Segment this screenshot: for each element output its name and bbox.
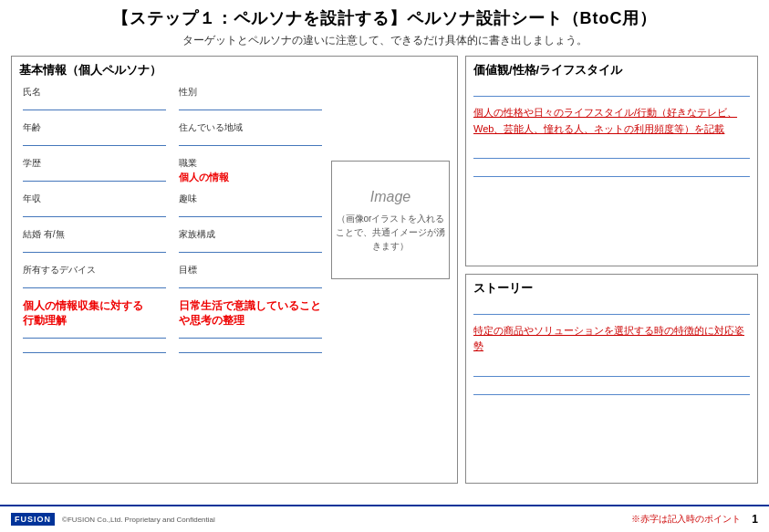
field-job: 職業 個人の情報 — [170, 155, 326, 183]
field-goal-label: 目標 — [179, 264, 322, 276]
right-section: 価値観/性格/ライフスタイル 個人の性格や日々のライフスタイル/行動（好きなテレ… — [465, 56, 758, 484]
value-line-2 — [473, 146, 750, 159]
footer-note: ※赤字は記入時のポイント — [631, 513, 741, 526]
field-income: 年収 — [19, 191, 170, 219]
field-region-label: 住んでいる地域 — [179, 121, 322, 134]
field-job-red: 個人の情報 — [179, 171, 322, 183]
story-line-2 — [473, 364, 750, 377]
field-row-4: 年収 趣味 — [19, 191, 326, 219]
value-line-1 — [473, 84, 750, 97]
value-box: 価値観/性格/ライフスタイル 個人の性格や日々のライフスタイル/行動（好きなテレ… — [465, 56, 758, 266]
field-age: 年齢 — [19, 120, 170, 148]
field-row-6: 所有するデバイス 目標 — [19, 262, 326, 290]
field-gender: 性別 — [170, 84, 326, 112]
field-marriage-line — [23, 242, 166, 253]
footer-copyright: ©FUSION Co.,Ltd. Proprietary and Confide… — [62, 516, 215, 524]
field-hobby-line — [179, 206, 322, 217]
field-family-label: 家族構成 — [179, 228, 322, 241]
field-daily-line2 — [179, 342, 322, 353]
story-box-text: 特定の商品やソリューションを選択する時の特徴的に対応姿勢 — [473, 323, 750, 355]
field-row-7: 個人の情報収集に対する行動理解 日常生活で意識していることや思考の整理 — [19, 297, 326, 355]
story-line-1 — [473, 302, 750, 315]
field-age-line — [23, 135, 166, 146]
story-box: ストーリー 特定の商品やソリューションを選択する時の特徴的に対応姿勢 — [465, 274, 758, 485]
field-behavior: 個人の情報収集に対する行動理解 — [19, 297, 170, 355]
image-title: Image — [370, 186, 410, 208]
value-line-3 — [473, 164, 750, 177]
field-family: 家族構成 — [170, 226, 326, 255]
value-box-text: 個人の性格や日々のライフスタイル/行動（好きなテレビ、Web、芸能人、憧れる人、… — [473, 105, 750, 137]
field-gender-label: 性別 — [179, 86, 322, 99]
field-daily-line — [179, 328, 322, 339]
field-hobby-label: 趣味 — [179, 193, 322, 205]
field-region-line — [179, 135, 322, 146]
field-education: 学歴 — [19, 155, 170, 183]
value-box-title: 価値観/性格/ライフスタイル — [473, 62, 750, 78]
field-gender-line — [179, 99, 322, 110]
field-name-line — [23, 99, 166, 110]
image-col: Image （画像orイラストを入れることで、共通イメージが湧きます） — [331, 84, 450, 355]
left-inner: 氏名 性別 年齢 住んでいる地域 — [19, 84, 450, 355]
field-row-1: 氏名 性別 — [19, 84, 326, 112]
fields-col: 氏名 性別 年齢 住んでいる地域 — [19, 84, 326, 355]
page-title: 【ステップ１：ペルソナを設計する】ペルソナ設計シート（BtoC用） — [15, 7, 754, 29]
field-daily-label: 日常生活で意識していることや思考の整理 — [179, 299, 322, 328]
field-family-line — [179, 242, 322, 253]
field-row-3: 学歴 職業 個人の情報 — [19, 155, 326, 183]
field-row-2: 年齢 住んでいる地域 — [19, 120, 326, 148]
field-name: 氏名 — [19, 84, 170, 112]
image-caption: （画像orイラストを入れることで、共通イメージが湧きます） — [336, 212, 445, 253]
footer-right: ※赤字は記入時のポイント 1 — [631, 513, 758, 526]
footer: FUSION ©FUSION Co.,Ltd. Proprietary and … — [0, 505, 769, 532]
page-subtitle: ターゲットとペルソナの違いに注意して、できるだけ具体的に書き出しましょう。 — [15, 33, 754, 48]
field-name-label: 氏名 — [23, 86, 166, 99]
field-behavior-line — [23, 328, 166, 339]
field-income-line — [23, 206, 166, 217]
field-goal-line — [179, 277, 322, 288]
story-line-3 — [473, 382, 750, 395]
field-behavior-label: 個人の情報収集に対する行動理解 — [23, 299, 166, 328]
fusion-logo-box: FUSION — [11, 513, 55, 526]
field-education-line — [23, 171, 166, 182]
footer-left: FUSION ©FUSION Co.,Ltd. Proprietary and … — [11, 513, 215, 526]
field-job-label: 職業 — [179, 157, 322, 170]
field-income-label: 年収 — [23, 193, 166, 205]
field-education-label: 学歴 — [23, 157, 166, 170]
left-section: 基本情報（個人ペルソナ） 氏名 性別 — [11, 56, 458, 484]
field-device-line — [23, 277, 166, 288]
field-device-label: 所有するデバイス — [23, 264, 166, 276]
field-device: 所有するデバイス — [19, 262, 170, 290]
fusion-logo: FUSION — [11, 513, 55, 526]
field-goal: 目標 — [170, 262, 326, 290]
field-region: 住んでいる地域 — [170, 120, 326, 148]
story-box-title: ストーリー — [473, 280, 750, 297]
field-row-5: 結婚 有/無 家族構成 — [19, 226, 326, 255]
field-marriage: 結婚 有/無 — [19, 226, 170, 255]
main-content: 基本情報（個人ペルソナ） 氏名 性別 — [0, 50, 769, 489]
field-behavior-line2 — [23, 342, 166, 353]
footer-page: 1 — [752, 513, 758, 526]
page-header: 【ステップ１：ペルソナを設計する】ペルソナ設計シート（BtoC用） ターゲットと… — [0, 0, 769, 50]
left-section-title: 基本情報（個人ペルソナ） — [19, 62, 450, 78]
image-placeholder: Image （画像orイラストを入れることで、共通イメージが湧きます） — [331, 161, 450, 279]
field-age-label: 年齢 — [23, 121, 166, 134]
field-marriage-label: 結婚 有/無 — [23, 228, 166, 241]
field-daily: 日常生活で意識していることや思考の整理 — [170, 297, 326, 355]
field-hobby: 趣味 — [170, 191, 326, 219]
